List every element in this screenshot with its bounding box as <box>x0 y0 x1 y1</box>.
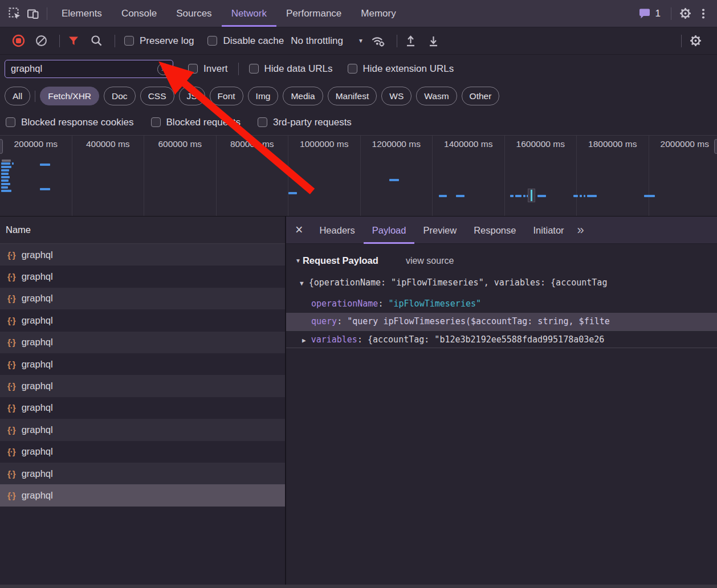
hide-data-urls-checkbox[interactable] <box>249 64 259 74</box>
blocked-response-cookies-checkbox[interactable] <box>6 117 15 127</box>
table-row[interactable]: {·}graphql <box>0 375 285 397</box>
payload-section-header: ▼ Request Payload view source <box>286 252 717 270</box>
blocked-response-cookies-checkbox-group[interactable]: Blocked response cookies <box>6 117 134 128</box>
table-row[interactable]: {·}graphql <box>0 397 285 419</box>
table-row[interactable]: {·}graphql <box>0 288 285 309</box>
type-chip-ws[interactable]: WS <box>381 87 412 105</box>
disable-cache-checkbox[interactable] <box>207 36 217 46</box>
detail-tab-initiator[interactable]: Initiator <box>524 217 572 244</box>
blocked-requests-checkbox-group[interactable]: Blocked requests <box>151 117 241 128</box>
more-tabs-icon[interactable]: » <box>577 223 584 238</box>
filter-input[interactable] <box>5 63 173 74</box>
gear-icon <box>679 7 692 20</box>
network-settings-gear-icon[interactable] <box>686 32 704 50</box>
hide-data-urls-checkbox-group[interactable]: Hide data URLs <box>249 63 333 75</box>
type-chip-css[interactable]: CSS <box>140 87 174 105</box>
name-column-header[interactable]: Name <box>0 217 285 244</box>
more-options-icon[interactable] <box>694 5 712 23</box>
blocked-requests-checkbox[interactable] <box>151 117 161 127</box>
detail-tab-response[interactable]: Response <box>465 217 524 244</box>
preserve-log-checkbox[interactable] <box>124 36 134 46</box>
detail-tab-headers[interactable]: Headers <box>311 217 363 244</box>
request-bar <box>288 192 297 194</box>
clear-network-log-icon[interactable] <box>32 32 50 50</box>
table-row[interactable]: {·}graphql <box>0 419 285 440</box>
close-icon[interactable]: × <box>295 223 303 236</box>
type-chip-all[interactable]: All <box>5 87 30 105</box>
punctuation: : <box>337 316 347 326</box>
clear-filter-icon[interactable]: × <box>157 63 169 75</box>
table-row[interactable]: {·}graphql <box>0 353 285 375</box>
table-row[interactable]: {·}graphql <box>0 332 285 353</box>
type-chip-fetch-xhr[interactable]: Fetch/XHR <box>40 87 99 105</box>
request-bar <box>1 162 10 165</box>
table-row[interactable]: {·}graphql <box>0 244 285 266</box>
request-bar <box>644 195 655 197</box>
xhr-type-icon: {·} <box>7 381 15 391</box>
type-chip-media[interactable]: Media <box>283 87 323 105</box>
type-chip-other[interactable]: Other <box>462 87 500 105</box>
detail-tab-preview[interactable]: Preview <box>414 217 465 244</box>
payload-property-variables[interactable]: ▶variables: {accountTag: "b12e3b2192ee55… <box>286 330 717 348</box>
invert-checkbox[interactable] <box>188 64 198 74</box>
invert-checkbox-group[interactable]: Invert <box>188 63 228 75</box>
payload-property-operationname[interactable]: operationName: "ipFlowTimeseries" <box>286 295 717 313</box>
table-row[interactable]: {·}graphql <box>0 441 285 463</box>
tab-performance[interactable]: Performance <box>276 0 351 27</box>
type-chip-doc[interactable]: Doc <box>104 87 136 105</box>
inspect-element-icon[interactable] <box>6 5 24 23</box>
disable-cache-checkbox-group[interactable]: Disable cache <box>207 35 284 47</box>
type-chip-manifest[interactable]: Manifest <box>328 87 377 105</box>
hide-extension-urls-checkbox-group[interactable]: Hide extension URLs <box>348 63 454 75</box>
device-toolbar-icon[interactable] <box>24 5 42 23</box>
network-overview-timeline[interactable]: 200000 ms400000 ms600000 ms800000 ms1000… <box>0 135 717 217</box>
type-chip-js[interactable]: JS <box>179 87 205 105</box>
payload-preview-line[interactable]: ▼{operationName: "ipFlowTimeseries", var… <box>286 274 717 292</box>
type-chip-font[interactable]: Font <box>210 87 243 105</box>
hide-extension-urls-checkbox[interactable] <box>348 64 357 74</box>
request-name: graphql <box>22 402 53 413</box>
import-har-icon[interactable] <box>402 32 420 50</box>
filter-funnel-icon[interactable] <box>64 32 83 50</box>
table-row[interactable]: {·}graphql <box>0 309 285 331</box>
type-chip-img[interactable]: Img <box>248 87 279 105</box>
expand-icon[interactable]: ▶ <box>302 337 306 344</box>
divider <box>238 63 239 75</box>
detail-tab-payload[interactable]: Payload <box>364 217 415 244</box>
3rd-party-requests-checkbox[interactable] <box>258 117 267 127</box>
request-bar <box>587 195 597 197</box>
tab-sources[interactable]: Sources <box>166 0 221 27</box>
search-icon[interactable] <box>87 32 105 50</box>
collapse-triangle-icon[interactable]: ▼ <box>295 258 301 264</box>
device-toolbar-icon <box>27 7 39 20</box>
timeline-column: 1800000 ms <box>577 136 649 216</box>
settings-gear-icon[interactable] <box>676 5 694 23</box>
request-payload-title: Request Payload <box>303 255 378 266</box>
timeline-column: 600000 ms <box>144 136 217 216</box>
tab-console[interactable]: Console <box>112 0 166 27</box>
table-row[interactable]: {·}graphql <box>0 463 285 484</box>
type-chip-wasm[interactable]: Wasm <box>416 87 457 105</box>
property-key: operationName <box>311 299 378 309</box>
view-source-link[interactable]: view source <box>406 256 454 266</box>
request-bar <box>573 195 578 197</box>
payload-property-query[interactable]: query: "query ipFlowTimeseries($accountT… <box>286 313 717 330</box>
punctuation: : <box>378 299 388 309</box>
overview-right-handle[interactable] <box>714 139 717 154</box>
table-row[interactable]: {·}graphql <box>0 484 285 506</box>
tab-memory[interactable]: Memory <box>351 0 405 27</box>
preserve-log-checkbox-group[interactable]: Preserve log <box>124 35 194 47</box>
network-conditions-icon[interactable] <box>369 32 388 50</box>
issues-counter[interactable]: 1 <box>639 8 661 19</box>
table-row[interactable]: {·}graphql <box>0 266 285 287</box>
throttling-dropdown[interactable]: No throttling ▼ <box>291 35 364 47</box>
expand-icon[interactable]: ▼ <box>300 280 304 287</box>
request-rows: {·}graphql{·}graphql{·}graphql{·}graphql… <box>0 244 285 507</box>
export-har-icon[interactable] <box>425 32 443 50</box>
tab-elements[interactable]: Elements <box>52 0 112 27</box>
3rd-party-requests-checkbox-group[interactable]: 3rd-party requests <box>258 117 352 128</box>
filter-input-wrap[interactable]: × <box>5 60 173 78</box>
record-network-log-icon[interactable] <box>9 32 27 50</box>
overview-left-handle[interactable] <box>0 139 3 154</box>
tab-network[interactable]: Network <box>222 0 276 27</box>
